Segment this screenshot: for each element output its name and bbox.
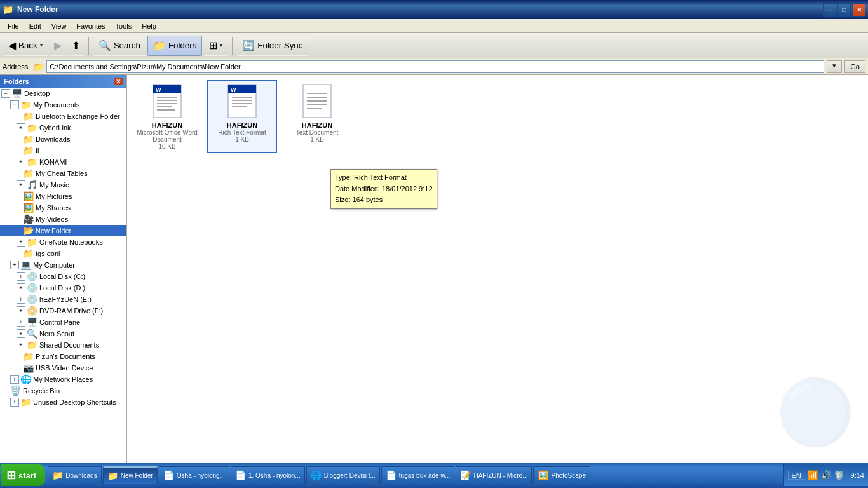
expand-local-d[interactable]: + [17,283,25,292]
search-button[interactable]: 🔍 Search [93,36,146,56]
menu-tools[interactable]: Tools [111,21,137,31]
tree-item-shared-docs[interactable]: + 📁 Shared Documents [0,339,126,351]
tree-item-my-music[interactable]: + 🎵 My Music [0,179,126,191]
tree-item-heafyzuen[interactable]: + 💿 hEaFYzUeN (E:) [0,294,126,305]
expand-dvd[interactable]: + [17,306,25,315]
taskbar-blogger[interactable]: 🌐 Blogger: Devisi t... [306,466,380,484]
tray-volume-icon[interactable]: 🔊 [820,470,831,480]
close-button[interactable]: ✕ [852,3,865,17]
minimize-button[interactable]: ─ [823,3,836,17]
tree-item-pizun-docs[interactable]: 📁 Pizun's Documents [0,351,126,362]
tree-item-nero-scout[interactable]: + 🔍 Nero Scout [0,328,126,339]
expand-cyberlink[interactable]: + [17,123,25,132]
taskbar-osha1[interactable]: 📄 Osha - nyolong... [159,466,229,484]
expand-my-network[interactable]: + [10,375,19,384]
address-input[interactable] [46,60,824,73]
downloads-icon: 📁 [23,134,34,144]
my-documents-icon: 📁 [20,100,31,110]
back-button[interactable]: ◀ Back ▾ [3,36,48,56]
address-bar: Address 📁 ▾ Go [0,58,868,75]
expand-unused-shortcuts[interactable]: + [10,398,19,407]
tree-item-usb-video[interactable]: 📷 USB Video Device [0,362,126,374]
tree-item-recycle-bin[interactable]: 🗑️ Recycle Bin [0,385,126,396]
tree-item-fl[interactable]: 📁 fl [0,145,126,156]
taskbar-osha2[interactable]: 📄 1. Osha - nyolon... [231,466,305,484]
folders-panel-close[interactable]: ✕ [114,78,123,85]
expand-my-documents[interactable]: − [10,100,19,109]
desktop-icon: 🖥️ [11,88,22,98]
my-cheat-tables-label: My Cheat Tables [36,170,88,177]
taskbar-new-folder[interactable]: 📁 New Folder [103,466,158,484]
tooltip-date-value: 18/01/2012 9:12 [382,185,433,193]
tray-network-icon[interactable]: 📶 [807,470,818,480]
tree-item-my-videos[interactable]: 🎥 My Videos [0,214,126,225]
tray-security-icon[interactable]: 🛡️ [834,470,844,480]
folder-sync-button[interactable]: 🔄 Folder Sync [236,36,308,56]
taskbar-photoscape[interactable]: 🖼️ PhotoScape [533,466,590,484]
tree-item-my-network[interactable]: + 🌐 My Network Places [0,374,126,385]
menu-help[interactable]: Help [137,21,161,31]
expand-desktop[interactable]: − [1,89,10,98]
tree-item-my-computer[interactable]: + 💻 My Computer [0,259,126,271]
tree-item-unused-shortcuts[interactable]: + 📁 Unused Desktop Shortcuts [0,396,126,408]
start-button[interactable]: ⊞ start [1,464,45,486]
tree-item-cyberlink[interactable]: + 📁 CyberLink [0,122,126,133]
menu-favorites[interactable]: Favorites [71,21,110,31]
nero-scout-icon: 🔍 [27,329,37,339]
expand-nero-scout[interactable]: + [17,329,25,338]
tree-item-downloads[interactable]: 📁 Downloads [0,133,126,145]
taskbar-new-folder-icon: 📁 [107,471,118,481]
my-cheat-tables-icon: 📁 [23,168,34,179]
menu-file[interactable]: File [3,21,24,31]
menu-edit[interactable]: Edit [24,21,46,31]
tree-item-my-shapes[interactable]: 🖼️ My Shapes [0,202,126,214]
maximize-button[interactable]: □ [837,3,851,17]
tree-item-my-pictures[interactable]: 🖼️ My Pictures [0,191,126,202]
tree-item-konami[interactable]: + 📁 KONAMI [0,156,126,168]
expand-onenote[interactable]: + [17,238,25,247]
address-dropdown-btn[interactable]: ▾ [827,60,842,73]
file-item-3[interactable]: HAFIZUN Text Document 1 KB [282,80,352,153]
view-button[interactable]: ⊞ ▾ [203,36,228,56]
tree-item-control-panel[interactable]: + 🖥️ Control Panel [0,316,126,328]
folders-button[interactable]: 📁 Folders [147,36,202,56]
tree-item-local-d[interactable]: + 💿 Local Disk (D:) [0,282,126,294]
file-item-1[interactable]: W HAFIZUN Microsoft Office Word Document… [132,80,202,153]
expand-my-computer[interactable]: + [10,261,19,269]
tree-item-bluetooth[interactable]: 📁 Bluetooth Exchange Folder [0,111,126,122]
menu-view[interactable]: View [46,21,72,31]
go-button[interactable]: Go [844,60,865,73]
taskbar-tugas[interactable]: 📄 tugas buk ade w... [381,466,455,484]
up-icon: ⬆ [72,39,80,51]
expand-shared-docs[interactable]: + [17,341,25,349]
tree-item-tgs-doni[interactable]: 📁 tgs doni [0,248,126,259]
my-pictures-label: My Pictures [36,193,72,200]
tree-item-dvd[interactable]: + 📀 DVD-RAM Drive (F:) [0,305,126,316]
tree-item-onenote[interactable]: + 📁 OneNote Notebooks [0,236,126,248]
expand-control-panel[interactable]: + [17,318,25,327]
file-size-1: 10 KB [158,143,175,150]
tree-item-my-documents[interactable]: − 📁 My Documents [0,99,126,111]
desktop-label: Desktop [24,90,50,97]
tree-item-local-c[interactable]: + 💿 Local Disk (C:) [0,271,126,282]
up-button[interactable]: ⬆ [67,36,85,56]
back-label: Back [18,41,37,50]
taskbar-downloads-label: Downloads [65,472,97,479]
file-item-2[interactable]: W HAFIZUN Rich Text Format 1 KB [207,80,277,153]
expand-my-music[interactable]: + [17,180,25,189]
tree-item-desktop[interactable]: − 🖥️ Desktop [0,88,126,99]
forward-button[interactable]: ▶ [50,36,66,56]
bluetooth-label: Bluetooth Exchange Folder [36,112,120,120]
tree-item-new-folder[interactable]: 📂 New Folder [0,225,126,236]
taskbar-blogger-label: Blogger: Devisi t... [324,472,376,479]
expand-heafyzuen[interactable]: + [17,295,25,304]
expand-local-c[interactable]: + [17,272,25,281]
taskbar-hafizun[interactable]: 📝 HAFIZUN - Micro... [456,466,532,484]
bluetooth-icon: 📁 [23,111,34,121]
language-indicator[interactable]: EN [788,471,804,480]
cyberlink-icon: 📁 [27,123,37,133]
taskbar-downloads[interactable]: 📁 Downloads [48,466,101,484]
pizun-docs-label: Pizun's Documents [36,353,95,360]
tree-item-my-cheat-tables[interactable]: 📁 My Cheat Tables [0,168,126,179]
expand-konami[interactable]: + [17,158,25,166]
